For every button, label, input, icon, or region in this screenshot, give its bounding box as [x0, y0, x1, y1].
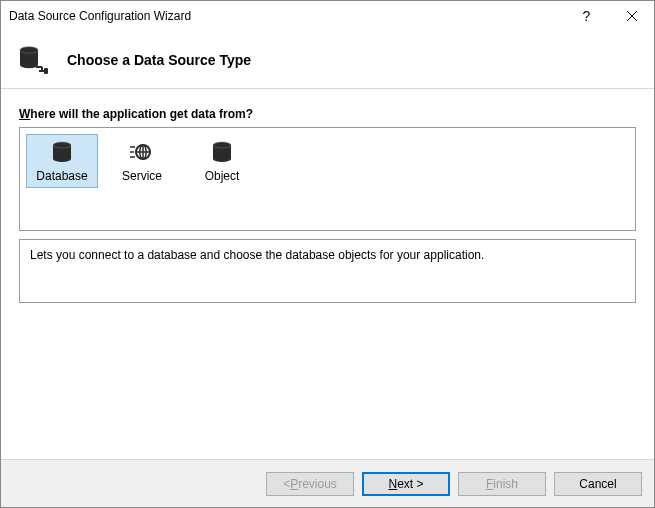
wizard-window: Data Source Configuration Wizard ? Choos… [0, 0, 655, 508]
database-icon [48, 139, 76, 165]
close-icon [627, 11, 637, 21]
titlebar: Data Source Configuration Wizard ? [1, 1, 654, 31]
option-label: Object [205, 169, 240, 183]
description-text: Lets you connect to a database and choos… [30, 248, 484, 262]
prompt-label: Where will the application get data from… [19, 107, 636, 121]
wizard-header: Choose a Data Source Type [1, 31, 654, 89]
option-label: Database [36, 169, 87, 183]
wizard-content: Where will the application get data from… [1, 89, 654, 459]
svg-point-9 [53, 156, 71, 162]
object-icon [208, 139, 236, 165]
svg-rect-6 [44, 68, 48, 74]
help-button[interactable]: ? [564, 1, 609, 31]
cancel-button[interactable]: Cancel [554, 472, 642, 496]
window-title: Data Source Configuration Wizard [9, 9, 564, 23]
service-icon [128, 139, 156, 165]
finish-button: Finish [458, 472, 546, 496]
source-type-list[interactable]: Database Service [19, 127, 636, 231]
svg-point-4 [20, 61, 38, 67]
database-wizard-icon [19, 46, 49, 74]
option-service[interactable]: Service [106, 134, 178, 188]
close-button[interactable] [609, 1, 654, 31]
option-object[interactable]: Object [186, 134, 258, 188]
previous-button: < Previous [266, 472, 354, 496]
option-database[interactable]: Database [26, 134, 98, 188]
svg-point-20 [213, 156, 231, 162]
description-box: Lets you connect to a database and choos… [19, 239, 636, 303]
wizard-footer: < Previous Next > Finish Cancel [1, 459, 654, 507]
next-button[interactable]: Next > [362, 472, 450, 496]
wizard-step-title: Choose a Data Source Type [67, 52, 251, 68]
option-label: Service [122, 169, 162, 183]
